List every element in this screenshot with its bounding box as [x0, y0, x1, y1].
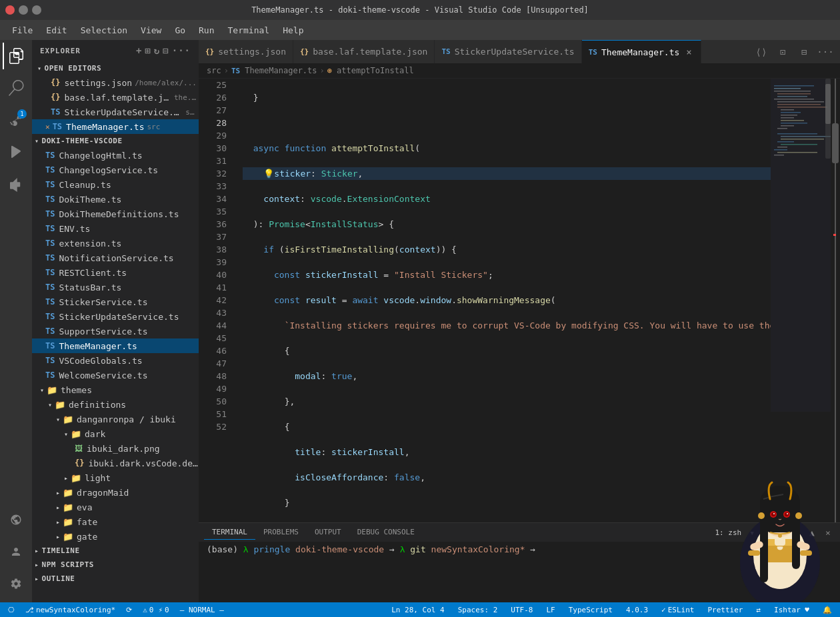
eslint-item[interactable]: ✓ ESLint: [659, 606, 697, 614]
file-vscodeglobals[interactable]: TSVSCodeGlobals.ts: [32, 353, 199, 368]
refresh-icon[interactable]: ↻: [154, 45, 160, 56]
file-thememanager[interactable]: TSThemeManager.ts: [32, 338, 199, 353]
folder-dark[interactable]: 📁 dark: [32, 426, 199, 441]
open-editor-base-laf[interactable]: {} base.laf.template.json the...: [32, 90, 199, 105]
branch-status-item[interactable]: ⎇ newSyntaxColoring*: [23, 606, 118, 614]
tab-sticker-update[interactable]: TS StickerUpdateService.ts: [435, 40, 581, 63]
menu-run[interactable]: Run: [192, 23, 221, 38]
folder-danganronpa[interactable]: 📁 danganronpa / ibuki: [32, 412, 199, 426]
theme-item[interactable]: Ishtar ♥: [771, 606, 812, 614]
split-terminal-icon[interactable]: ⊟: [773, 526, 787, 539]
encoding-item[interactable]: UTF-8: [508, 606, 535, 614]
open-editor-theme-manager[interactable]: ✕ TS ThemeManager.ts src: [32, 119, 199, 134]
file-extension[interactable]: TSextension.ts: [32, 236, 199, 251]
close-terminal-icon[interactable]: ×: [821, 526, 835, 539]
language-item[interactable]: TypeScript: [566, 606, 615, 614]
settings-activity-icon[interactable]: [3, 570, 29, 597]
file-changeloghtml[interactable]: TSChangelogHtml.ts: [32, 148, 199, 163]
tab-settings-json[interactable]: {} settings.json: [199, 40, 293, 63]
search-activity-icon[interactable]: [3, 75, 29, 101]
vim-mode-item[interactable]: — NORMAL —: [177, 606, 227, 614]
sync-status-item[interactable]: ⟳: [123, 606, 135, 614]
timeline-section[interactable]: TIMELINE: [32, 544, 199, 558]
file-restclient[interactable]: TSRESTClient.ts: [32, 265, 199, 280]
source-control-activity-icon[interactable]: 1: [3, 107, 29, 133]
file-notifservice[interactable]: TSNotificationService.ts: [32, 251, 199, 265]
menu-go[interactable]: Go: [168, 23, 192, 38]
debug-console-tab[interactable]: DEBUG CONSOLE: [349, 525, 423, 540]
remote-status-item[interactable]: ⎔: [5, 606, 17, 614]
file-env[interactable]: TSENV.ts: [32, 221, 199, 236]
file-dokitheme[interactable]: TSDokiTheme.ts: [32, 192, 199, 207]
code-content[interactable]: } async function attemptToInstall( 💡stic…: [232, 79, 771, 522]
folder-themes[interactable]: 📁 themes: [32, 382, 199, 397]
remote-icon-item[interactable]: ⇄: [753, 606, 763, 614]
new-terminal-icon[interactable]: +: [757, 526, 771, 539]
file-cleanup[interactable]: TSCleanup.ts: [32, 177, 199, 192]
menu-file[interactable]: File: [5, 23, 39, 38]
file-stickerservice[interactable]: TSStickerService.ts: [32, 295, 199, 309]
notification-item[interactable]: 🔔: [820, 606, 835, 614]
close-button[interactable]: [5, 5, 15, 15]
file-changelogservice[interactable]: TSChangelogService.ts: [32, 163, 199, 177]
terminal-tab[interactable]: TERMINAL: [204, 525, 255, 540]
folder-gate[interactable]: 📁 gate: [32, 529, 199, 544]
line-ending-item[interactable]: LF: [543, 606, 557, 614]
file-supportservice[interactable]: TSSupportService.ts: [32, 324, 199, 338]
problems-tab[interactable]: PROBLEMS: [255, 525, 307, 540]
outline-section[interactable]: OUTLINE: [32, 572, 199, 586]
file-ibuki-dark-vscode[interactable]: {} ibuki.dark.vsCode.definit...: [32, 456, 199, 470]
file-dokithemedefs[interactable]: TSDokiThemeDefinitions.ts: [32, 207, 199, 221]
more-actions-icon[interactable]: ···: [172, 45, 191, 56]
account-activity-icon[interactable]: [3, 538, 29, 565]
more-editor-actions-icon[interactable]: ···: [816, 43, 835, 61]
open-editor-sticker-update[interactable]: TS StickerUpdateService.ts src: [32, 105, 199, 119]
breadcrumb-func[interactable]: attemptToInstall: [337, 66, 414, 75]
breadcrumb-file[interactable]: ThemeManager.ts: [245, 66, 317, 75]
editor-scrollbar[interactable]: [831, 79, 840, 522]
file-statusbar[interactable]: TSStatusBar.ts: [32, 280, 199, 295]
npm-scripts-section[interactable]: NPM SCRIPTS: [32, 558, 199, 572]
menu-terminal[interactable]: Terminal: [221, 23, 277, 38]
new-folder-icon[interactable]: ⊞: [145, 45, 151, 56]
menu-help[interactable]: Help: [276, 23, 310, 38]
extensions-activity-icon[interactable]: [3, 171, 29, 197]
folder-fate[interactable]: 📁 fate: [32, 514, 199, 529]
cursor-position-item[interactable]: Ln 28, Col 4: [389, 606, 447, 614]
kill-terminal-icon[interactable]: 🗑: [789, 526, 803, 539]
minimize-button[interactable]: [19, 5, 28, 15]
maximize-button[interactable]: [32, 5, 41, 15]
toggle-panel-icon[interactable]: ⊟: [795, 43, 813, 61]
folder-light[interactable]: 📁 light: [32, 470, 199, 485]
prettier-item[interactable]: Prettier: [705, 606, 745, 614]
folder-eva[interactable]: 📁 eva: [32, 500, 199, 514]
tab-theme-manager[interactable]: TS ThemeManager.ts ×: [582, 40, 702, 63]
file-welcomeservice[interactable]: TSWelcomeService.ts: [32, 368, 199, 382]
tab-base-laf[interactable]: {} base.laf.template.json: [293, 40, 435, 63]
remote-activity-icon[interactable]: [3, 506, 29, 533]
tab-close-icon[interactable]: ×: [683, 47, 694, 57]
output-tab[interactable]: OUTPUT: [307, 525, 349, 540]
open-editor-settings-json[interactable]: {} settings.json /home/alex/...: [32, 75, 199, 90]
menu-selection[interactable]: Selection: [74, 23, 134, 38]
ts-version-item[interactable]: 4.0.3: [623, 606, 651, 614]
terminal-dropdown-icon[interactable]: ▾: [749, 528, 755, 538]
file-stickerupdate[interactable]: TSStickerUpdateService.ts: [32, 309, 199, 324]
close-file-icon[interactable]: ✕: [45, 123, 50, 131]
open-changes-icon[interactable]: ⊡: [773, 43, 792, 61]
indent-item[interactable]: Spaces: 2: [455, 606, 501, 614]
maximize-terminal-icon[interactable]: ▲: [805, 526, 819, 539]
breadcrumb-src[interactable]: src: [207, 66, 221, 75]
collapse-all-icon[interactable]: ⊟: [163, 45, 169, 56]
new-file-icon[interactable]: +: [136, 45, 142, 56]
error-status-item[interactable]: ⚠ 0 ⚡ 0: [140, 606, 172, 614]
folder-dragonmaid[interactable]: 📁 dragonMaid: [32, 485, 199, 500]
explorer-activity-icon[interactable]: [3, 43, 29, 69]
file-ibuki-dark-png[interactable]: 🖼 ibuki_dark.png: [32, 441, 199, 456]
editor-content[interactable]: 25 26 27 28 29 30 31 32 33 34 35 36 37 3…: [199, 79, 840, 522]
folder-definitions[interactable]: 📁 definitions: [32, 397, 199, 412]
run-activity-icon[interactable]: [3, 139, 29, 165]
project-section[interactable]: DOKI-THEME-VSCODE: [32, 134, 199, 148]
menu-edit[interactable]: Edit: [39, 23, 73, 38]
terminal-content[interactable]: (base) λ pringle doki-theme-vscode → λ g…: [199, 542, 840, 602]
